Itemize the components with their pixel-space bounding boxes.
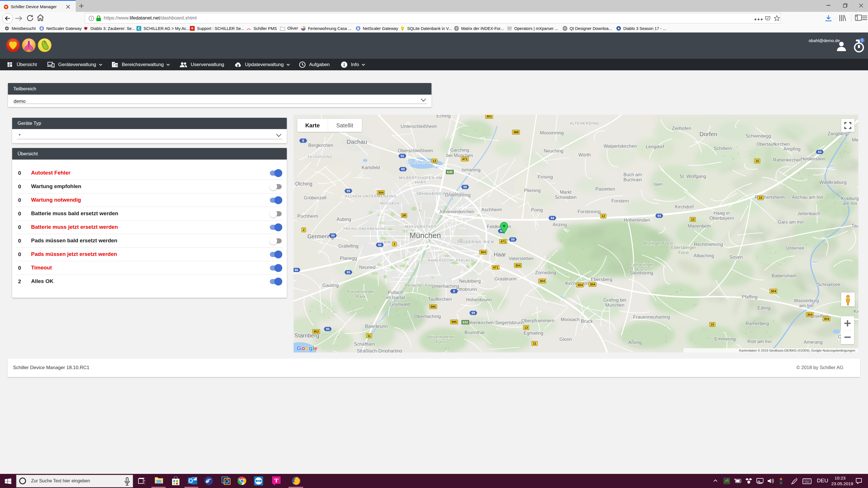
svg-text:Jettenbach: Jettenbach	[797, 211, 820, 216]
svg-text:Pliening: Pliening	[524, 188, 541, 193]
svg-text:Aschau am Inn: Aschau am Inn	[792, 195, 823, 200]
svg-text:12: 12	[691, 218, 695, 221]
svg-text:Zeilhofen: Zeilhofen	[672, 126, 691, 131]
svg-text:Anzing: Anzing	[553, 222, 567, 227]
svg-text:Wasserburg: Wasserburg	[794, 298, 819, 303]
svg-text:Aschheim: Aschheim	[482, 207, 502, 212]
svg-text:304: 304	[378, 191, 384, 194]
svg-text:Inn: Inn	[829, 164, 834, 168]
svg-text:Forst: Forst	[678, 250, 689, 255]
svg-text:e: e	[314, 345, 318, 351]
svg-text:304: 304	[771, 290, 776, 293]
svg-text:11: 11	[367, 334, 371, 337]
svg-text:Unterschleißheim: Unterschleißheim	[401, 124, 437, 129]
svg-text:99: 99	[331, 234, 335, 237]
svg-text:99: 99	[472, 311, 475, 315]
svg-text:Glonn: Glonn	[559, 337, 572, 342]
svg-text:Eglhartinger: Eglhartinger	[630, 262, 654, 267]
svg-text:Oberschleißheim: Oberschleißheim	[398, 148, 433, 153]
svg-text:Edling: Edling	[757, 305, 771, 311]
svg-text:MAXVORSTADT: MAXVORSTADT	[405, 225, 436, 229]
svg-text:Moosinning: Moosinning	[540, 130, 564, 135]
svg-text:München: München	[409, 231, 441, 240]
svg-text:Anzinger Forst: Anzinger Forst	[643, 241, 673, 246]
svg-text:Schiltern: Schiltern	[714, 146, 732, 151]
svg-text:Grafing bei: Grafing bei	[603, 297, 626, 302]
svg-text:Dorfen: Dorfen	[699, 131, 717, 137]
svg-text:Pullach: Pullach	[388, 290, 403, 295]
svg-text:94: 94	[551, 216, 554, 220]
svg-text:Schnaitsee: Schnaitsee	[817, 282, 840, 287]
svg-text:96: 96	[295, 268, 299, 272]
svg-text:Zorneding: Zorneding	[535, 270, 556, 275]
svg-text:TRUDERING-RIEM: TRUDERING-RIEM	[457, 240, 494, 244]
svg-text:Maitenbeth: Maitenbeth	[688, 223, 711, 228]
svg-text:G: G	[297, 345, 301, 351]
svg-text:304: 304	[590, 283, 595, 286]
svg-text:RAMERSDORF-PERLACH: RAMERSDORF-PERLACH	[428, 259, 474, 262]
svg-text:Olching: Olching	[295, 181, 312, 187]
svg-text:Park: Park	[356, 294, 366, 299]
svg-text:Gröbenzell: Gröbenzell	[304, 195, 327, 200]
svg-text:99: 99	[401, 167, 405, 171]
svg-text:MILBERTSHOFEN-AM: MILBERTSHOFEN-AM	[399, 176, 442, 180]
svg-text:Bruck: Bruck	[581, 319, 593, 324]
svg-text:Soyen: Soyen	[730, 255, 743, 260]
svg-text:995: 995	[451, 320, 457, 324]
svg-text:96: 96	[378, 243, 382, 247]
svg-text:Forst: Forst	[436, 339, 446, 344]
svg-text:11: 11	[533, 342, 536, 345]
svg-text:Bergkirchen: Bergkirchen	[308, 142, 333, 148]
svg-text:304: 304	[539, 279, 545, 283]
svg-text:12: 12	[601, 214, 605, 218]
svg-text:13: 13	[433, 159, 436, 163]
svg-text:l: l	[312, 345, 314, 351]
svg-text:Ampfing: Ampfing	[783, 146, 801, 151]
svg-text:am Inn: am Inn	[799, 303, 813, 308]
svg-text:Brunnthal: Brunnthal	[465, 330, 485, 335]
svg-text:8: 8	[302, 139, 304, 142]
svg-text:Planegg: Planegg	[340, 256, 357, 261]
svg-text:HART: HART	[415, 180, 426, 185]
svg-text:304: 304	[480, 251, 486, 254]
svg-text:Ismaning: Ismaning	[462, 167, 480, 172]
svg-text:Perlacher Forst: Perlacher Forst	[405, 283, 435, 288]
svg-text:Buchrain: Buchrain	[623, 177, 642, 182]
svg-text:Speichersee: Speichersee	[407, 160, 431, 164]
svg-text:Rott am Inn: Rott am Inn	[747, 339, 771, 344]
svg-text:im Isartal: im Isartal	[386, 295, 405, 300]
svg-text:Oberhaching: Oberhaching	[414, 314, 441, 319]
svg-text:Gauting: Gauting	[322, 283, 339, 288]
svg-text:Neubiberg: Neubiberg	[459, 279, 480, 284]
svg-text:Unterföhring: Unterföhring	[445, 192, 471, 197]
svg-text:15: 15	[711, 323, 714, 326]
svg-text:St. Wolfgang: St. Wolfgang	[680, 174, 706, 179]
svg-text:Egmating: Egmating	[524, 330, 544, 335]
svg-text:Poing: Poing	[531, 207, 543, 213]
svg-text:Isen: Isen	[654, 182, 662, 187]
svg-text:Heldenstein: Heldenstein	[801, 156, 825, 161]
svg-text:Moosach: Moosach	[561, 317, 580, 322]
svg-text:München: München	[605, 302, 624, 307]
svg-text:Wörth: Wörth	[578, 152, 591, 157]
svg-text:Grasbrunn: Grasbrunn	[494, 276, 517, 281]
svg-text:Obertaufkirchen: Obertaufkirchen	[756, 141, 789, 147]
svg-text:Satellit: Satellit	[336, 122, 353, 129]
svg-text:304: 304	[515, 264, 521, 267]
svg-text:15: 15	[755, 159, 759, 163]
svg-text:Taufki: Taufki	[851, 223, 858, 228]
svg-text:Buch am: Buch am	[623, 172, 642, 177]
svg-text:304: 304	[807, 313, 813, 316]
svg-text:Neuried: Neuried	[359, 265, 375, 270]
svg-text:Gars am Inn: Gars am Inn	[778, 220, 804, 225]
svg-text:g: g	[309, 345, 312, 351]
svg-text:MOOSACH: MOOSACH	[380, 202, 399, 205]
svg-text:99: 99	[347, 189, 350, 193]
svg-text:Deisenhofener: Deisenhofener	[427, 334, 455, 339]
svg-text:Nutzungsbedingungen: Nutzungsbedingungen	[823, 349, 855, 352]
svg-text:301: 301	[486, 115, 492, 118]
svg-text:95: 95	[326, 327, 330, 331]
svg-text:Schwindegg: Schwindegg	[746, 133, 771, 138]
svg-text:99: 99	[511, 238, 515, 241]
svg-text:Pfaffing: Pfaffing	[742, 294, 757, 299]
